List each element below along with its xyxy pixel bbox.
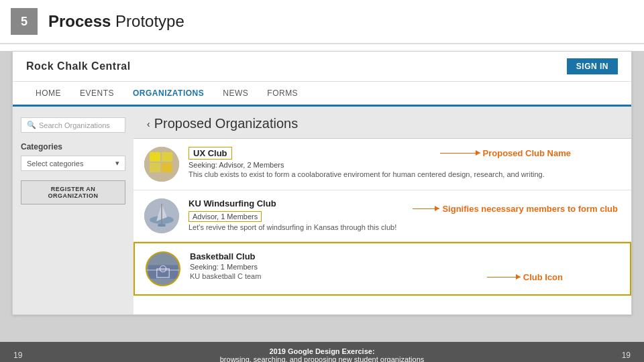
slide-area: Rock Chalk Central SIGN IN HOME EVENTS O… (0, 51, 644, 362)
ux-club-avatar (144, 147, 179, 182)
nav-news[interactable]: NEWS (213, 82, 258, 105)
annotation-basketball: Club Icon (487, 272, 563, 282)
windsurfing-avatar (144, 198, 179, 233)
svg-rect-4 (162, 163, 172, 172)
org-item-basketball[interactable]: Basketball Club Seeking: 1 Members KU ba… (133, 242, 631, 296)
register-org-button[interactable]: REGISTER AN ORGANIZATION (21, 180, 125, 204)
org-list: UX Club Seeking: Advisor, 2 Members This… (133, 139, 631, 296)
step-badge: 5 (11, 8, 38, 35)
footer-center: 2019 Google Design Exercise: browsing, s… (220, 347, 425, 362)
categories-label: Categories (21, 142, 125, 152)
windsurfing-seeking: Advisor, 1 Members (189, 211, 262, 222)
ux-club-desc: This club exists to exist to form a cool… (189, 170, 621, 178)
basketball-seeking: Seeking: 1 Members (190, 263, 619, 271)
svg-rect-2 (162, 152, 172, 162)
page-title-heading: Process Prototype (48, 12, 184, 31)
signin-button[interactable]: SIGN IN (567, 58, 618, 74)
ux-club-name: UX Club (189, 147, 232, 160)
browser-mockup: Rock Chalk Central SIGN IN HOME EVENTS O… (12, 51, 632, 315)
footer-page-right: 19 (622, 351, 631, 360)
search-icon: 🔍 (27, 121, 36, 129)
nav-organizations[interactable]: ORGANIZATIONS (123, 82, 213, 107)
title-normal: Prototype (111, 12, 184, 30)
rcc-sidebar: 🔍 Search Organizations Categories Select… (13, 107, 133, 314)
rcc-content: 🔍 Search Organizations Categories Select… (13, 107, 631, 314)
svg-rect-9 (158, 224, 166, 227)
footer-page-left: 19 (13, 351, 22, 360)
svg-rect-1 (150, 152, 160, 162)
page-title-bar: ‹ Proposed Organizations (133, 107, 631, 139)
back-arrow-icon[interactable]: ‹ (147, 119, 150, 129)
annotation-ux-club: Proposed Club Name (440, 148, 571, 158)
search-bar[interactable]: 🔍 Search Organizations (21, 117, 125, 133)
basketball-avatar (146, 251, 180, 286)
basketball-name: Basketball Club (190, 251, 619, 261)
categories-select[interactable]: Select categories ▾ (21, 156, 125, 171)
annotation-basketball-text: Club Icon (523, 272, 563, 282)
search-placeholder-text: Search Organizations (39, 121, 110, 129)
rcc-nav: HOME EVENTS ORGANIZATIONS NEWS FORMS (13, 82, 631, 107)
org-item-ux-club[interactable]: UX Club Seeking: Advisor, 2 Members This… (133, 139, 631, 190)
title-bold: Process (48, 12, 111, 30)
ux-club-seeking: Seeking: Advisor, 2 Members (189, 161, 621, 169)
footer-normal: browsing, searching, and proposing new s… (220, 355, 425, 362)
annotation-ux-club-text: Proposed Club Name (483, 148, 571, 158)
windsurfing-desc: Let's revive the sport of windsurfing in… (189, 223, 621, 231)
org-item-windsurfing[interactable]: KU Windsurfing Club Advisor, 1 Members L… (133, 190, 631, 242)
footer-bold: 2019 Google Design Exercise: (220, 347, 425, 355)
rcc-main: ‹ Proposed Organizations (133, 107, 631, 314)
select-placeholder: Select categories (27, 160, 83, 168)
nav-forms[interactable]: FORMS (258, 82, 307, 105)
rcc-topbar: Rock Chalk Central SIGN IN (13, 52, 631, 82)
nav-events[interactable]: EVENTS (70, 82, 123, 105)
page-header: 5 Process Prototype (0, 0, 644, 44)
rcc-logo: Rock Chalk Central (26, 60, 131, 72)
annotation-windsurfing: Signifies necessary members to form club (413, 204, 618, 214)
chevron-down-icon: ▾ (115, 159, 119, 168)
proposed-orgs-title: Proposed Organizations (154, 116, 299, 131)
nav-home[interactable]: HOME (26, 82, 70, 105)
svg-rect-3 (150, 163, 160, 172)
slide-footer: 19 2019 Google Design Exercise: browsing… (0, 342, 644, 362)
annotation-windsurfing-text: Signifies necessary members to form club (442, 204, 618, 214)
